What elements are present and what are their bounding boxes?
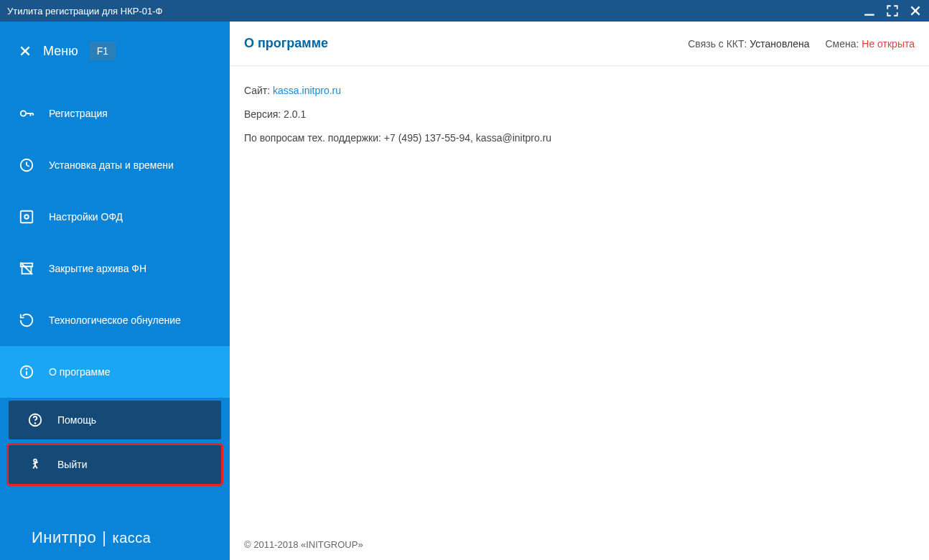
exit-button-label: Выйти [57,459,87,470]
sidebar-nav: Регистрация Установка даты и времени [0,88,230,398]
sidebar-item-registration[interactable]: Регистрация [0,88,230,139]
help-button-label: Помощь [57,414,96,426]
help-button[interactable]: Помощь [9,401,221,439]
maximize-icon[interactable] [886,4,899,17]
menu-shortcut-badge: F1 [90,42,116,60]
sidebar-item-label: Настройки ОФД [49,211,123,223]
footer: © 2011-2018 «INITGROUP» [230,529,929,560]
sidebar-item-label: Установка даты и времени [49,159,174,171]
svg-point-19 [27,368,27,369]
svg-point-5 [21,111,26,116]
sidebar-item-archive-close[interactable]: Закрытие архива ФН [0,243,230,294]
sidebar-item-label: Регистрация [49,108,108,119]
titlebar: Утилита регистрации для НКР-01-Ф [0,0,929,22]
support-row: По вопросам тех. поддержки: +7 (495) 137… [244,131,915,146]
sidebar-item-label: Закрытие архива ФН [49,263,146,274]
menu-label: Меню [43,44,78,59]
sidebar-item-datetime[interactable]: Установка даты и времени [0,139,230,191]
site-label: Сайт: [244,85,270,96]
svg-point-13 [24,215,29,219]
key-icon [19,106,34,121]
version-row: Версия: 2.0.1 [244,107,915,122]
sidebar-item-about[interactable]: О программе [0,346,230,398]
sidebar-lower: Помощь Выйти Инитпро | касса [0,401,230,560]
svg-line-11 [27,165,29,167]
brand-logo: Инитпро | касса [9,528,221,547]
menu-header: Меню F1 [0,27,230,75]
titlebar-controls [863,4,922,17]
reset-icon [19,312,34,328]
help-icon [27,412,43,428]
main-panel: О программе Связь с ККТ: Установлена Сме… [230,22,929,560]
minimize-icon[interactable] [863,4,876,17]
status-shift: Смена: Не открыта [825,38,915,50]
page-title: О программе [244,36,328,51]
status-shift-value: Не открыта [862,38,915,50]
exit-button[interactable]: Выйти [9,445,221,484]
svg-point-22 [34,459,37,462]
sidebar-item-label: Технологическое обнуление [49,314,181,326]
svg-point-21 [35,423,36,424]
brand-left: Инитпро [32,528,96,547]
close-icon[interactable] [909,4,922,17]
svg-rect-12 [21,211,33,223]
sidebar-item-tech-reset[interactable]: Технологическое обнуление [0,294,230,346]
version-value: 2.0.1 [284,108,306,120]
sidebar-item-ofd-settings[interactable]: Настройки ОФД [0,191,230,243]
archive-icon [19,261,34,276]
copyright: © 2011-2018 «INITGROUP» [244,539,363,550]
main-header: О программе Связь с ККТ: Установлена Сме… [230,22,929,66]
sidebar: Меню F1 Регистрация Устано [0,22,230,560]
site-link[interactable]: kassa.initpro.ru [273,85,341,96]
exit-icon [27,457,43,472]
status-shift-label: Смена: [825,38,859,50]
header-status: Связь с ККТ: Установлена Смена: Не откры… [688,38,915,50]
site-row: Сайт: kassa.initpro.ru [244,83,915,98]
status-kkt: Связь с ККТ: Установлена [688,38,809,50]
brand-separator: | [102,528,106,547]
status-kkt-label: Связь с ККТ: [688,38,747,50]
info-icon [19,364,34,380]
settings-icon [19,209,34,225]
version-label: Версия: [244,108,281,120]
brand-right: касса [112,530,151,546]
sidebar-item-label: О программе [49,366,111,378]
clock-icon [19,157,34,173]
status-kkt-value: Установлена [750,38,809,50]
menu-close-icon[interactable] [19,45,32,57]
window-title: Утилита регистрации для НКР-01-Ф [7,6,863,17]
about-content: Сайт: kassa.initpro.ru Версия: 2.0.1 По … [230,66,929,172]
support-text: По вопросам тех. поддержки: +7 (495) 137… [244,132,551,144]
